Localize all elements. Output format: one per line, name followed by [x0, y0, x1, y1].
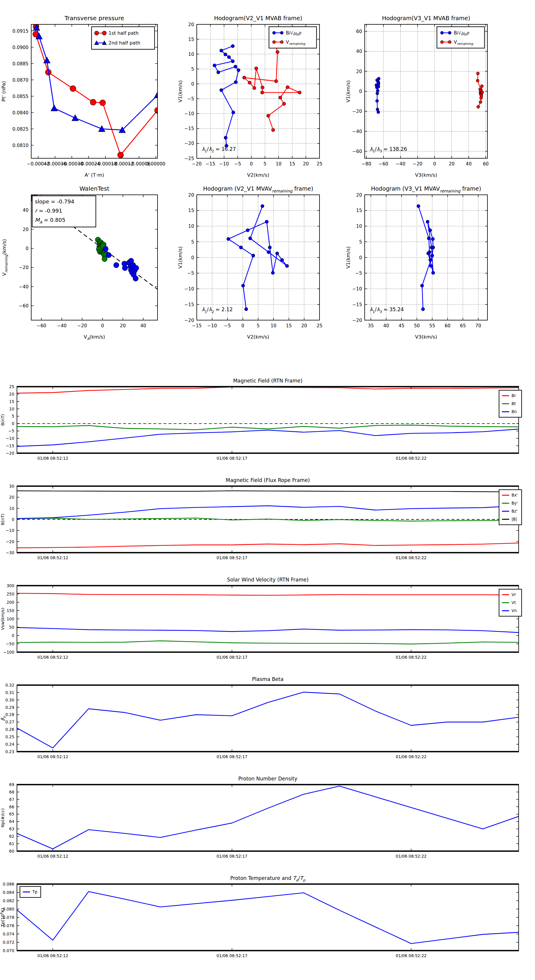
svg-text:5: 5	[191, 67, 194, 72]
svg-text:−10: −10	[352, 286, 362, 292]
transverse-pressure-title: Transverse pressure	[64, 14, 124, 22]
svg-text:Bn: Bn	[511, 409, 517, 414]
transverse-pressure-legend: 1st half path2nd half path	[91, 27, 155, 49]
solar-wind-velocity-rtn-series-Vn	[17, 627, 519, 633]
proton-temperature-legend: Tp	[20, 886, 41, 897]
svg-text:−15: −15	[206, 161, 216, 167]
svg-text:15: 15	[356, 208, 362, 213]
svg-text:−10: −10	[184, 286, 194, 292]
svg-text:−60: −60	[37, 323, 46, 328]
plot-magnetic-field-rtn: 01/06 08:52:1201/06 08:52:1701/06 08:52:…	[0, 378, 522, 461]
svg-text:10: 10	[276, 161, 281, 167]
svg-text:−15: −15	[192, 323, 202, 328]
magnetic-field-rtn-series-Bt	[17, 425, 519, 430]
svg-text:−40: −40	[396, 161, 406, 167]
svg-text:−15: −15	[352, 302, 362, 307]
plot-solar-wind-velocity-rtn: 01/06 08:52:1201/06 08:52:1701/06 08:52:…	[0, 577, 522, 660]
svg-text:30: 30	[9, 484, 14, 488]
svg-text:65: 65	[460, 323, 466, 328]
svg-text:5: 5	[11, 414, 14, 418]
svg-text:0.31: 0.31	[5, 690, 14, 695]
proton-number-density-frame	[17, 784, 519, 851]
transverse-pressure-y-tick-labels: 0.08100.08250.08400.08550.08700.08850.09…	[13, 29, 29, 148]
svg-text:−60: −60	[378, 161, 388, 167]
proton-temperature-x-tick-labels: 01/06 08:52:1201/06 08:52:1701/06 08:52:…	[37, 953, 427, 958]
plasma-beta-ticks	[17, 685, 519, 752]
hodogram-v3v1-mvav-grid	[365, 195, 487, 320]
svg-text:0.0810: 0.0810	[13, 143, 29, 148]
svg-text:01/06 08:52:17: 01/06 08:52:17	[217, 655, 248, 660]
hodogram-v3v1-mvab-legend: B/√μ0ρVremaining	[437, 27, 484, 48]
svg-text:5: 5	[264, 161, 267, 167]
svg-text:200: 200	[6, 600, 14, 605]
plasma-beta-title: Plasma Beta	[252, 676, 284, 682]
svg-text:40: 40	[466, 161, 472, 167]
magnetic-field-rtn-y-tick-labels: −20−15−10−50510152025	[6, 384, 14, 455]
svg-text:−20: −20	[352, 318, 362, 323]
plasma-beta-y-tick-labels: 0.230.240.250.260.270.280.290.300.310.32	[5, 683, 14, 754]
hodogram-v3v1-mvav-title: Hodogram (V3_V1 MVAVremaining frame)	[371, 185, 481, 193]
svg-text:0.0855: 0.0855	[13, 94, 29, 99]
svg-text:0.072: 0.072	[3, 940, 14, 945]
svg-text:0.24: 0.24	[5, 742, 14, 746]
hodogram-v2v1-mvab-xlabel: V2(km/s)	[247, 172, 269, 178]
proton-temperature-frame	[17, 884, 519, 951]
svg-text:0.00000: 0.00000	[146, 161, 165, 167]
svg-text:50: 50	[414, 323, 420, 328]
svg-text:−10: −10	[184, 111, 194, 116]
figure-canvas: −0.00042−0.00036−0.00030−0.00024−0.00018…	[0, 0, 535, 980]
walen-test-xlabel: VA(km/s)	[83, 334, 105, 341]
hodogram-v3v1-mvab-series-V-remaining	[476, 72, 484, 108]
svg-text:01/06 08:52:17: 01/06 08:52:17	[217, 555, 248, 560]
svg-text:0.084: 0.084	[3, 890, 14, 895]
svg-text:0.0870: 0.0870	[13, 78, 29, 83]
svg-text:10: 10	[188, 52, 194, 57]
svg-text:0: 0	[191, 81, 194, 87]
proton-temperature-ticks	[17, 884, 519, 951]
solar-wind-velocity-rtn-series-Vt	[17, 641, 519, 644]
svg-text:20: 20	[303, 161, 309, 167]
svg-text:0.0915: 0.0915	[13, 29, 29, 34]
hodogram-v2v1-mvab-ylabel: V1(km/s)	[177, 80, 183, 102]
svg-text:150: 150	[6, 608, 14, 613]
svg-text:λ1/λ2 ≈ 16.27: λ1/λ2 ≈ 16.27	[202, 146, 236, 153]
svg-text:60: 60	[445, 323, 450, 328]
solar-wind-velocity-rtn-x-tick-labels: 01/06 08:52:1201/06 08:52:1701/06 08:52:…	[37, 655, 427, 660]
svg-text:20: 20	[120, 323, 126, 328]
magnetic-field-flux-rope-series-Bx-prime	[17, 543, 519, 548]
plasma-beta-x-tick-labels: 01/06 08:52:1201/06 08:52:1701/06 08:52:…	[37, 754, 427, 759]
hodogram-v3v1-mvab-x-tick-labels: −80−60−40−200204060	[361, 161, 489, 167]
svg-text:−100: −100	[3, 650, 14, 654]
proton-number-density-title: Proton Number Density	[238, 776, 297, 782]
svg-text:2nd half path: 2nd half path	[109, 40, 140, 46]
svg-text:25: 25	[316, 161, 323, 167]
svg-text:0: 0	[191, 255, 194, 261]
svg-text:60: 60	[483, 161, 489, 167]
svg-text:0.27: 0.27	[5, 719, 14, 724]
walen-test-ylabel: Vremaining(km/s)	[2, 239, 8, 276]
svg-text:Bt: Bt	[511, 401, 516, 406]
proton-number-density-series-Np	[17, 786, 519, 849]
hodogram-v2v1-mvab-x-tick-labels: −20−15−10−50510152025	[192, 161, 323, 167]
hodogram-v3v1-mvab-y-tick-labels: −60−40−200204060	[352, 29, 362, 154]
svg-text:70: 70	[475, 323, 481, 328]
svg-text:0.0825: 0.0825	[13, 127, 29, 132]
svg-text:−15: −15	[184, 302, 194, 307]
svg-text:−5: −5	[355, 270, 362, 276]
svg-text:20: 20	[9, 495, 14, 500]
hodogram-v2v1-mvav-title: Hodogram (V2_V1 MVAVremaining frame)	[203, 185, 313, 193]
svg-text:20: 20	[188, 22, 194, 27]
svg-text:20: 20	[356, 192, 362, 198]
svg-text:0.0840: 0.0840	[13, 110, 29, 116]
svg-text:60: 60	[9, 849, 14, 853]
svg-text:−20: −20	[77, 323, 87, 328]
hodogram-v3v1-mvab-ylabel: V1(km/s)	[345, 80, 351, 102]
svg-text:35: 35	[368, 323, 374, 328]
svg-text:01/06 08:52:17: 01/06 08:52:17	[217, 456, 248, 461]
svg-text:01/06 08:52:22: 01/06 08:52:22	[396, 754, 426, 759]
svg-text:01/06 08:52:17: 01/06 08:52:17	[217, 754, 248, 759]
svg-text:15: 15	[188, 208, 194, 213]
svg-text:25: 25	[316, 323, 323, 328]
transverse-pressure-x-tick-labels: −0.00042−0.00036−0.00030−0.00024−0.00018…	[27, 161, 165, 167]
plot-plasma-beta: 01/06 08:52:1201/06 08:52:1701/06 08:52:…	[0, 676, 519, 759]
